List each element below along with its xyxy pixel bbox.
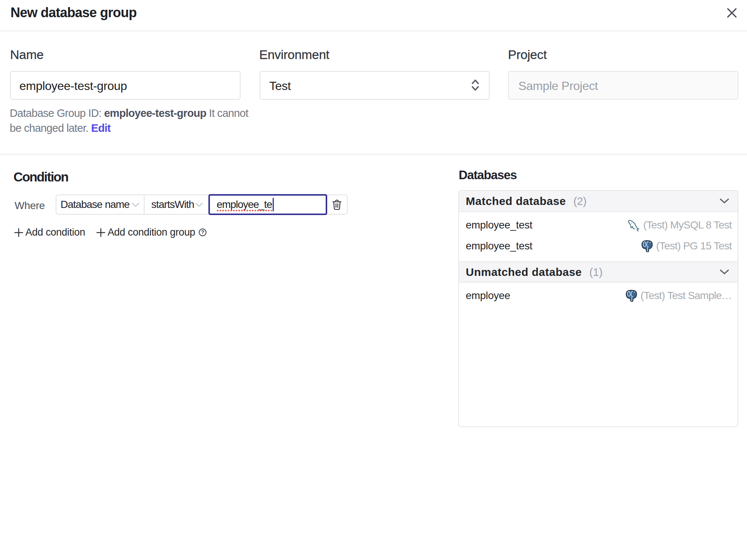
svg-text:?: ? bbox=[201, 229, 204, 235]
